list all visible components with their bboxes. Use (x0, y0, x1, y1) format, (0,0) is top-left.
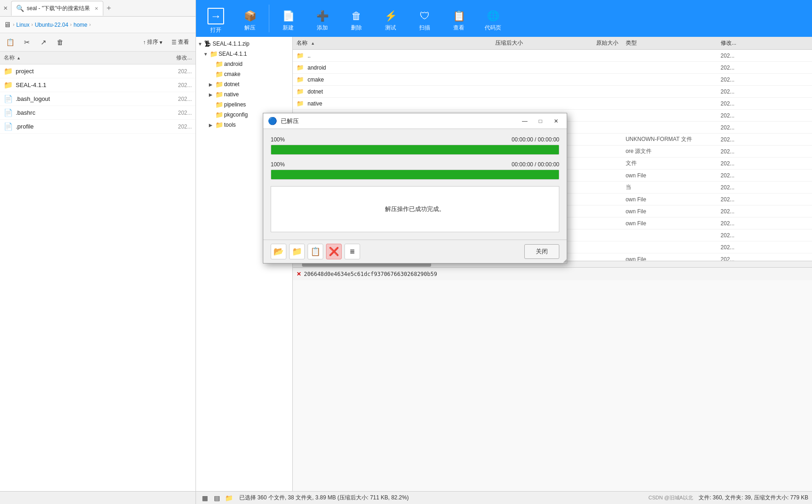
sep3: › (70, 22, 71, 27)
search-tab[interactable]: 🔍 seal - "下载"中的搜索结果 ✕ (11, 1, 103, 16)
watermark: CSDN @旧城A以北 (648, 494, 693, 501)
maximize-btn[interactable]: □ (534, 116, 546, 126)
ribbon-add-btn[interactable]: ➕ 添加 (306, 5, 338, 37)
cut-btn[interactable]: ✂ (20, 36, 33, 49)
list-item[interactable]: 📁 SEAL-4.1.1 202... (0, 78, 196, 92)
tree-item-pipelines[interactable]: 📁 pipelines (196, 100, 292, 110)
breadcrumb-ubuntu[interactable]: Ubuntu-22.04 (35, 22, 68, 28)
action-menu-btn[interactable]: ≡ (344, 244, 360, 259)
tree-label: pipelines (224, 101, 246, 108)
log-area: 解压操作已成功完成。 (271, 186, 559, 232)
hash-value: 206648d0e4634e5c61dcf9370676630268290b59 (304, 271, 437, 277)
close-window-btn[interactable]: ✕ (2, 5, 9, 12)
status-icon-2[interactable]: ▤ (212, 493, 222, 503)
list-item[interactable]: 📄 .profile 202... (0, 120, 196, 134)
tree-label: tools (224, 122, 236, 128)
archive-tree: ▼ 🗜 SEAL-4.1.1.zip ▼ 📁 SEAL-4.1.1 📁 andr… (196, 37, 293, 491)
ribbon-scan-btn[interactable]: 🛡 扫描 (409, 5, 441, 37)
breadcrumb-home[interactable]: home (73, 22, 87, 28)
col-name-header[interactable]: 名称 ▲ (293, 39, 432, 47)
file-list: 📁 project 202... 📁 SEAL-4.1.1 202... 📄 .… (0, 64, 196, 491)
file-date: 202... (178, 82, 192, 88)
col-original-header[interactable]: 原始大小 (527, 39, 622, 47)
status-icon-1[interactable]: ▦ (200, 493, 210, 503)
progress1-percent: 100% (271, 136, 285, 143)
ribbon-code-btn[interactable]: 🌐 代码页 (477, 5, 509, 37)
tree-item-android[interactable]: 📁 android (196, 59, 292, 69)
sort-btn[interactable]: ↑ 排序 ▾ (140, 37, 165, 47)
list-item[interactable]: 📄 .bash_logout 202... (0, 92, 196, 106)
toolbar-left: 📋 ✂ ↗ 🗑 ↑ 排序 ▾ ☰ 查看 (0, 33, 196, 52)
add-tab-btn[interactable]: ＋ (105, 3, 113, 13)
log-text: 解压操作已成功完成。 (385, 205, 445, 213)
tree-item-seal[interactable]: ▼ 📁 SEAL-4.1.1 (196, 49, 292, 59)
modal-title: 已解压 (281, 117, 515, 125)
minimize-btn[interactable]: — (519, 116, 531, 126)
sort-chevron-icon: ▾ (160, 39, 162, 46)
action-folder-btn[interactable]: 📁 (289, 244, 305, 259)
col-compressed-header[interactable]: 压缩后大小 (432, 39, 527, 47)
tree-item-native[interactable]: ▶ 📁 native (196, 89, 292, 100)
ribbon-open-btn[interactable]: → 打开 (200, 5, 232, 37)
code-icon: 🌐 (487, 10, 499, 22)
progress1-time: 00:00:00 / 00:00:00 (512, 136, 559, 143)
test-icon: ⚡ (385, 10, 397, 22)
table-row[interactable]: 📁native 202... (293, 98, 812, 110)
action-cancel-btn[interactable]: ❌ (326, 244, 342, 259)
view-btn[interactable]: ☰ 查看 (169, 37, 192, 47)
search-tab-icon: 🔍 (16, 5, 24, 12)
list-item[interactable]: 📁 project 202... (0, 64, 196, 78)
delete-btn[interactable]: 🗑 (53, 36, 66, 49)
ribbon-extract-btn[interactable]: 📦 解压 (234, 5, 266, 37)
table-row[interactable]: 📁cmake 202... (293, 74, 812, 86)
action-folder-open-btn[interactable]: 📂 (271, 244, 286, 259)
progress2-time: 00:00:00 / 00:00:00 (512, 161, 559, 168)
hash-close-btn[interactable]: ✕ (296, 271, 301, 277)
share-btn[interactable]: ↗ (37, 36, 50, 49)
folder-icon: 📁 (296, 88, 304, 95)
col-type-header[interactable]: 类型 (622, 39, 717, 47)
folder-icon: 📁 (215, 81, 223, 88)
resize-handle[interactable]: ◢ (561, 258, 567, 263)
status-bar-right: ▦ ▤ 📁 已选择 360 个文件, 38 文件夹, 3.89 MB (压缩后大… (196, 491, 812, 504)
status-icon-3[interactable]: 📁 (224, 493, 234, 503)
tree-item-cmake[interactable]: 📁 cmake (196, 69, 292, 79)
close-tab-btn[interactable]: ✕ (95, 6, 98, 11)
list-item[interactable]: 📄 .bashrc 202... (0, 106, 196, 120)
folder-icon: 📁 (215, 111, 223, 118)
tab-bar: ✕ 🔍 seal - "下载"中的搜索结果 ✕ ＋ (0, 0, 196, 17)
modal-footer: 📂 📁 📋 ❌ ≡ 关闭 (263, 240, 567, 263)
breadcrumb-linux[interactable]: Linux (16, 22, 30, 28)
folder-icon: 📁 (296, 100, 304, 107)
ribbon-test-btn[interactable]: ⚡ 测试 (374, 5, 407, 37)
ribbon: → 打开 📦 解压 📄 新建 ➕ 添加 🗑 删除 ⚡ 测试 🛡 扫描 📋 (196, 0, 812, 37)
progress-bar-fill-2 (271, 170, 559, 179)
progress-section-1: 100% 00:00:00 / 00:00:00 (271, 136, 559, 155)
zip-icon: 🗜 (204, 40, 211, 47)
table-row[interactable]: 📁.. 202... (293, 50, 812, 62)
folder-icon: 📁 (215, 70, 223, 78)
delete-icon: 🗑 (351, 10, 362, 22)
ribbon-view-btn[interactable]: 📋 查看 (443, 5, 475, 37)
table-row[interactable]: 📁android 202... (293, 62, 812, 74)
tree-label: cmake (224, 71, 240, 77)
action-copy-btn[interactable]: 📋 (308, 244, 323, 259)
ribbon-delete-btn[interactable]: 🗑 删除 (340, 5, 373, 37)
tree-label: android (224, 61, 243, 67)
copy-btn[interactable]: 📋 (4, 36, 17, 49)
status-icons: ▦ ▤ 📁 (200, 493, 234, 503)
search-tab-label: seal - "下载"中的搜索结果 (27, 5, 90, 12)
col-modified-header[interactable]: 修改... (717, 39, 812, 47)
table-row[interactable]: 📁dotnet 202... (293, 86, 812, 98)
file-name: .profile (16, 123, 175, 130)
content-area: ▼ 🗜 SEAL-4.1.1.zip ▼ 📁 SEAL-4.1.1 📁 andr… (196, 37, 812, 491)
ribbon-new-btn[interactable]: 📄 新建 (272, 5, 304, 37)
close-dialog-btn[interactable]: 关闭 (524, 244, 559, 259)
close-modal-btn[interactable]: ✕ (550, 116, 562, 126)
extract-icon: 📦 (244, 10, 256, 22)
code-label: 代码页 (485, 24, 501, 32)
open-label: 打开 (210, 26, 221, 34)
tree-item-zip[interactable]: ▼ 🗜 SEAL-4.1.1.zip (196, 39, 292, 49)
tree-item-dotnet[interactable]: ▶ 📁 dotnet (196, 79, 292, 89)
progress-bar-fill-1 (271, 145, 559, 154)
